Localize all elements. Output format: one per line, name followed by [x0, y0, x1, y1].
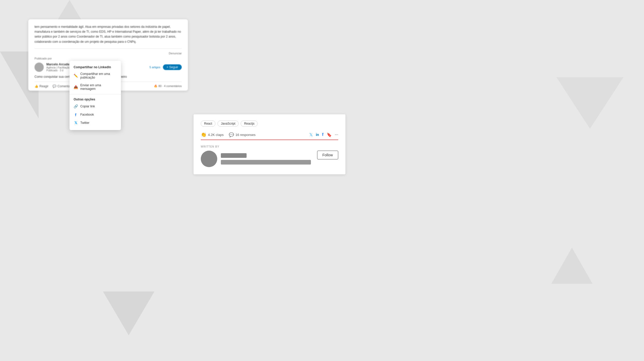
dropdown-copy-link-label: Copiar link: [80, 105, 95, 108]
medium-tags-row: React JavaScript Reactjs: [201, 121, 338, 127]
linkedin-divider: [34, 48, 182, 49]
dropdown-divider: [69, 94, 121, 94]
copy-link-icon: 🔗: [74, 104, 78, 108]
dropdown-copy-link-item[interactable]: 🔗 Copiar link: [69, 102, 121, 110]
bg-triangle-4: [551, 248, 593, 284]
facebook-icon: f: [74, 113, 78, 117]
linkedin-author-avatar: [34, 63, 44, 72]
dropdown-send-message-label: Enviar em uma mensagem: [80, 83, 117, 91]
medium-tag-reactjs[interactable]: Reactjs: [241, 121, 258, 127]
medium-tag-javascript[interactable]: JavaScript: [217, 121, 239, 127]
medium-card: React JavaScript Reactjs 👏 4.2K claps 💬 …: [194, 114, 345, 174]
share-post-icon: ✏️: [74, 74, 78, 78]
react-icon: 👍: [34, 84, 38, 88]
claps-count: 4.2K claps: [208, 133, 224, 137]
linkedin-published-label: Publicado por: [34, 57, 182, 60]
medium-follow-button[interactable]: Follow: [317, 151, 338, 159]
linkedin-follow-button[interactable]: + Seguir: [163, 64, 182, 70]
share-dropdown-menu: Compartilhar no LinkedIn ✏️ Compartilhar…: [69, 61, 121, 130]
dropdown-facebook-item[interactable]: f Facebook: [69, 110, 121, 119]
more-options-icon[interactable]: ···: [335, 132, 338, 137]
dropdown-send-message-item[interactable]: 📤 Enviar em uma mensagem: [69, 81, 121, 93]
linkedin-report[interactable]: Denunciar: [34, 52, 182, 55]
dropdown-twitter-label: Twitter: [80, 121, 89, 125]
bg-triangle-3: [103, 291, 154, 335]
linkedin-body-text: tem pensamento e mentalidade ágil. Atua …: [34, 24, 182, 44]
facebook-share-icon[interactable]: f: [322, 132, 323, 137]
dropdown-section1-title: Compartilhar no LinkedIn: [69, 64, 121, 70]
dropdown-share-post-item[interactable]: ✏️ Compartilhar em uma publicação: [69, 70, 121, 81]
linkedin-comment-action[interactable]: 💬 Comentar: [53, 84, 71, 88]
bookmark-icon[interactable]: 🔖: [327, 132, 332, 137]
linkedin-share-icon[interactable]: in: [316, 133, 319, 137]
medium-responses-stat[interactable]: 💬 16 responses: [229, 132, 256, 137]
send-message-icon: 📤: [74, 85, 78, 89]
medium-claps-stat[interactable]: 👏 4.2K claps: [201, 132, 224, 137]
dropdown-twitter-item[interactable]: 𝕏 Twitter: [69, 119, 121, 127]
responses-count: 16 responses: [236, 133, 256, 137]
medium-tag-react[interactable]: React: [201, 121, 215, 127]
react-label: Reagir: [39, 84, 48, 88]
linkedin-reactions-count: 🔥 80 · 4 comentários: [154, 84, 182, 88]
twitter-share-icon[interactable]: 𝕏: [309, 132, 313, 137]
medium-author-avatar: [201, 151, 217, 167]
medium-stats-row: 👏 4.2K claps 💬 16 responses 𝕏 in f 🔖 ···: [201, 132, 338, 140]
dropdown-section2-title: Outras opções: [69, 96, 121, 102]
clap-icon: 👏: [201, 132, 206, 137]
medium-author-name-placeholder: [221, 153, 247, 158]
medium-share-actions: 𝕏 in f 🔖 ···: [309, 132, 338, 137]
comment-icon: 💬: [53, 84, 56, 88]
dropdown-share-post-label: Compartilhar em uma publicação: [80, 72, 117, 79]
linkedin-react-action[interactable]: 👍 Reagir: [34, 84, 48, 88]
comment-label: Comentar: [57, 84, 71, 88]
medium-author-info: [221, 153, 314, 165]
bg-triangle-5: [556, 77, 623, 129]
twitter-icon: 𝕏: [74, 121, 78, 125]
dropdown-facebook-label: Facebook: [80, 113, 94, 116]
response-icon: 💬: [229, 132, 234, 137]
linkedin-articles-count: 5 artigos: [150, 66, 160, 69]
medium-written-by-label: WRITTEN BY: [201, 145, 338, 148]
medium-author-bio-placeholder: [221, 160, 311, 165]
medium-author-row: Follow: [201, 151, 338, 167]
